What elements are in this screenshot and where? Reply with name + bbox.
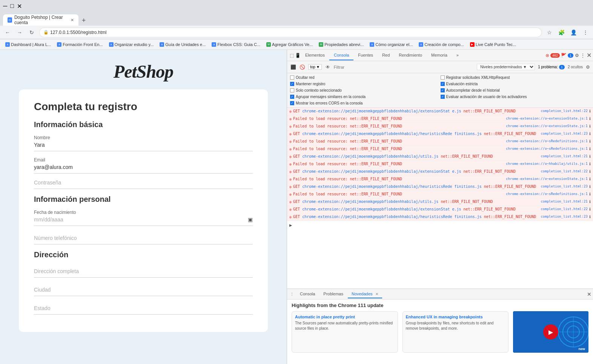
bookmark-item[interactable]: M Propiedades abrevi... bbox=[316, 41, 366, 48]
option-strict-eval-checkbox[interactable]: ✓ bbox=[441, 82, 445, 86]
tab-sources[interactable]: Fuentes bbox=[353, 51, 378, 60]
tab-memory[interactable]: Memoria bbox=[427, 51, 452, 60]
bookmark-item[interactable]: a Cómo organizar el... bbox=[367, 41, 415, 48]
log-location[interactable]: completion_list.html:23 bbox=[541, 214, 588, 219]
console-settings-button[interactable]: ⚙ bbox=[586, 65, 590, 70]
bookmark-item[interactable]: M Agregar Gráficos Ve... bbox=[264, 41, 315, 48]
option-group-similar[interactable]: ✓ Agrupar mensajes similares en la conso… bbox=[290, 94, 440, 100]
log-location[interactable]: completion_list.html:21 bbox=[541, 154, 588, 159]
tab-console[interactable]: Consola bbox=[329, 51, 353, 60]
log-info-icon[interactable]: ℹ bbox=[589, 139, 591, 144]
devtools-more-button[interactable]: ⋮ bbox=[581, 53, 585, 58]
option-hide-network[interactable]: Ocultar red bbox=[290, 75, 440, 80]
option-selected-context[interactable]: Solo contexto seleccionado bbox=[290, 88, 440, 93]
log-location[interactable]: chrome-extension://o~sRedefinitions.js:1 bbox=[506, 146, 588, 151]
log-info-icon[interactable]: ℹ bbox=[589, 184, 591, 189]
log-location[interactable]: chrome-extension://o~extensionState.js:1 bbox=[506, 124, 588, 129]
tab-elements[interactable]: Elementos bbox=[301, 51, 329, 60]
tab-issues[interactable]: Problemas bbox=[320, 290, 347, 298]
log-location[interactable]: chrome-extension://o~extensionState.js:1 bbox=[506, 116, 588, 121]
menu-button[interactable]: ⋮ bbox=[581, 28, 590, 37]
whats-new-close[interactable]: ✕ bbox=[375, 292, 378, 296]
log-location[interactable]: completion_list.html:23 bbox=[541, 131, 588, 136]
option-cors-errors-checkbox[interactable]: ✓ bbox=[290, 101, 294, 105]
tab-performance[interactable]: Rendimiento bbox=[394, 51, 427, 60]
option-user-activation[interactable]: ✓ Evaluar activación de usuario de los a… bbox=[441, 94, 590, 100]
option-user-activation-checkbox[interactable]: ✓ bbox=[441, 95, 445, 99]
option-preserve-log-checkbox[interactable]: ✓ bbox=[290, 82, 294, 86]
log-info-icon[interactable]: ℹ bbox=[589, 207, 591, 212]
devtools-inspect-icon[interactable]: ⬚ bbox=[289, 52, 295, 58]
url-input[interactable]: 🔒 127.0.0.1:5500/registro.html bbox=[39, 28, 542, 37]
news-card-1-title[interactable]: Automatic in place pretty print bbox=[295, 315, 395, 319]
log-location[interactable]: completion_list.html:23 bbox=[541, 184, 588, 189]
tab-network[interactable]: Red bbox=[378, 51, 394, 60]
log-info-icon[interactable]: ℹ bbox=[589, 199, 591, 204]
log-info-icon[interactable]: ℹ bbox=[589, 214, 591, 220]
bookmark-item[interactable]: a Creación de compo... bbox=[416, 41, 466, 48]
log-info-icon[interactable]: ℹ bbox=[589, 161, 591, 167]
log-info-icon[interactable]: ℹ bbox=[589, 154, 591, 159]
log-info-icon[interactable]: ℹ bbox=[589, 124, 591, 129]
reload-button[interactable]: ↻ bbox=[27, 28, 36, 37]
log-location[interactable]: chrome-extension://o~hhabilaj/utils.js:1 bbox=[506, 161, 588, 166]
log-info-icon[interactable]: ℹ bbox=[589, 192, 591, 197]
log-location[interactable]: completion_list.html:22 bbox=[541, 207, 588, 212]
bookmark-item[interactable]: a Guía de Unidades e... bbox=[157, 41, 208, 48]
console-eye-icon[interactable]: 👁 bbox=[325, 64, 331, 70]
log-info-icon[interactable]: ℹ bbox=[589, 131, 591, 137]
full-address-placeholder[interactable]: Dirección completa bbox=[34, 268, 253, 274]
console-expand-icon[interactable]: ⬛ bbox=[290, 64, 296, 70]
minimize-icon[interactable]: ─ bbox=[3, 3, 7, 9]
news-thumbnail[interactable]: ▶ new bbox=[513, 311, 588, 353]
bookmark-item[interactable]: a Formación Front En... bbox=[55, 41, 105, 48]
option-group-similar-checkbox[interactable]: ✓ bbox=[290, 95, 294, 99]
forward-button[interactable]: → bbox=[15, 28, 24, 37]
option-hide-network-checkbox[interactable] bbox=[290, 75, 294, 80]
option-preserve-log[interactable]: ✓ Mantener registro bbox=[290, 81, 440, 87]
log-info-icon[interactable]: ℹ bbox=[589, 116, 591, 121]
option-autocomplete[interactable]: ✓ Autocompletar desde el historial bbox=[441, 88, 590, 93]
bookmark-item[interactable]: a Flexbox CSS: Guia C... bbox=[209, 41, 263, 48]
tab-close-button[interactable]: ✕ bbox=[71, 18, 74, 23]
option-log-xhr[interactable]: Registrar solicitudes XMLHttpRequest bbox=[441, 75, 590, 80]
close-icon[interactable]: ✕ bbox=[17, 3, 22, 10]
log-info-icon[interactable]: ℹ bbox=[589, 109, 591, 114]
bottom-panel-menu[interactable]: ⋮ bbox=[289, 292, 295, 296]
back-button[interactable]: ← bbox=[3, 28, 12, 37]
play-button[interactable]: ▶ bbox=[543, 324, 558, 339]
extensions-button[interactable]: 🧩 bbox=[557, 28, 566, 37]
console-filter-input[interactable] bbox=[334, 65, 474, 69]
tab-whats-new[interactable]: Novedades ✕ bbox=[348, 290, 382, 298]
new-tab-button[interactable]: + bbox=[78, 15, 89, 26]
bookmark-item[interactable]: ▶ Live Café Punto Tec... bbox=[468, 41, 518, 48]
password-placeholder[interactable]: Contraseña bbox=[34, 180, 253, 186]
news-card-2-title[interactable]: Enhanced UX in managing breakpoints bbox=[406, 315, 505, 319]
option-selected-context-checkbox[interactable] bbox=[290, 88, 294, 92]
tab-console-bottom[interactable]: Consola bbox=[296, 290, 319, 298]
devtools-close-button[interactable]: ✕ bbox=[587, 52, 591, 59]
maximize-icon[interactable]: □ bbox=[10, 3, 14, 9]
expand-button[interactable]: ▶ bbox=[287, 221, 593, 229]
option-cors-errors[interactable]: ✓ Mostrar los errores CORS en la consola bbox=[290, 100, 440, 106]
tab-more[interactable]: » bbox=[452, 51, 463, 60]
state-placeholder[interactable]: Estado bbox=[34, 305, 253, 311]
console-clear-icon[interactable]: 🚫 bbox=[299, 64, 305, 70]
devtools-settings-button[interactable]: ⚙ bbox=[575, 53, 579, 58]
phone-placeholder[interactable]: Número telefónico bbox=[34, 235, 253, 241]
browser-tab-active[interactable]: D Doguito Petshop | Crear cuenta ✕ bbox=[3, 14, 78, 26]
log-info-icon[interactable]: ℹ bbox=[589, 169, 591, 174]
name-value[interactable]: Yara bbox=[34, 142, 253, 148]
log-location[interactable]: completion_list.html:22 bbox=[541, 169, 588, 174]
city-placeholder[interactable]: Ciudad bbox=[34, 287, 253, 293]
option-log-xhr-checkbox[interactable] bbox=[441, 75, 445, 80]
console-log-area[interactable]: ⊗ GET chrome-extension://pejdijmoenmkgep… bbox=[287, 108, 593, 289]
context-selector[interactable]: top ▼ bbox=[308, 64, 322, 70]
bookmark-item[interactable]: a Organizar estudio y... bbox=[107, 41, 156, 48]
option-strict-eval[interactable]: ✓ Evaluación estricta bbox=[441, 81, 590, 87]
log-info-icon[interactable]: ℹ bbox=[589, 177, 591, 182]
log-level-select[interactable]: Niveles predeterminados ▼ bbox=[477, 64, 535, 70]
bookmark-button[interactable]: ☆ bbox=[545, 28, 554, 37]
birthdate-placeholder[interactable]: mm/dd/aaaa bbox=[34, 217, 63, 223]
bottom-panel-close[interactable]: ✕ bbox=[587, 291, 591, 297]
